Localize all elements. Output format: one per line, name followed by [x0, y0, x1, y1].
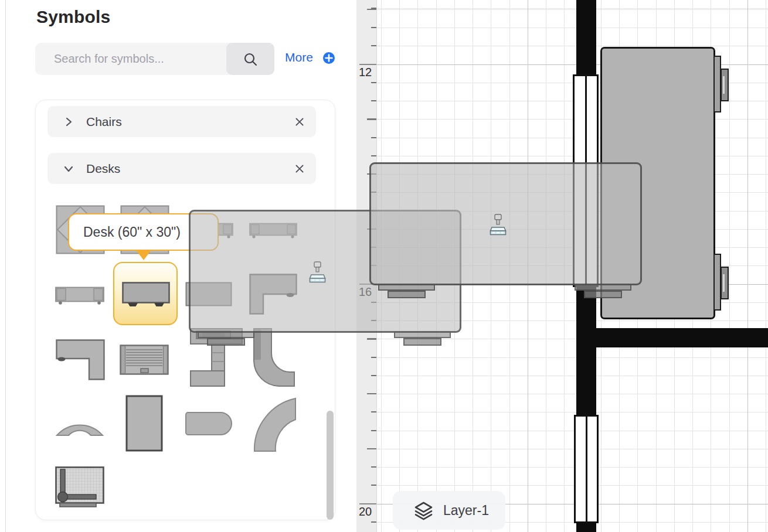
- symbols-scrollbar[interactable]: [327, 411, 334, 520]
- symbol-desk-front-wide[interactable]: [55, 286, 104, 307]
- category-chairs-label: Chairs: [86, 115, 122, 129]
- symbol-desk-front[interactable]: [249, 222, 297, 241]
- desk-top: [600, 47, 715, 319]
- category-desks[interactable]: Desks: [47, 153, 316, 184]
- more-symbols-link[interactable]: More: [285, 50, 313, 64]
- drawing-canvas[interactable]: 12 16 20: [356, 0, 768, 532]
- symbol-desk-60x30-selected[interactable]: [113, 262, 178, 325]
- symbol-desk-rect[interactable]: [185, 282, 232, 309]
- wall-horizontal[interactable]: [576, 328, 768, 347]
- close-icon[interactable]: [293, 162, 307, 176]
- panel-edge-divider: [5, 0, 6, 532]
- add-plus-icon[interactable]: [322, 52, 335, 67]
- symbol-rolltop-desk[interactable]: [120, 345, 169, 377]
- ruler-major-ticks: [359, 0, 376, 532]
- symbol-quarter-ring-desk[interactable]: [250, 394, 297, 454]
- ruler-label: 20: [359, 505, 376, 519]
- desk-foot: [721, 267, 729, 299]
- category-chairs[interactable]: Chairs: [47, 106, 316, 137]
- symbol-l-desk-left-return[interactable]: [249, 274, 297, 317]
- ruler-label: 12: [359, 66, 376, 79]
- layer-button[interactable]: Layer-1: [393, 491, 505, 530]
- search-button[interactable]: [226, 43, 274, 75]
- ruler-label: 16: [359, 285, 376, 299]
- desk-foot-detail: [723, 76, 725, 94]
- symbol-cubicle-workstation[interactable]: [185, 328, 246, 390]
- window-lower[interactable]: [574, 415, 599, 523]
- window-upper[interactable]: [573, 74, 599, 287]
- window-pane-divider: [586, 417, 587, 521]
- search-icon: [242, 51, 259, 67]
- close-icon[interactable]: [293, 115, 307, 129]
- chevron-down-icon[interactable]: [62, 162, 76, 176]
- vertical-ruler: 12 16 20: [356, 0, 377, 532]
- symbol-curved-arc-desk[interactable]: [55, 411, 104, 439]
- symbol-tall-rect-desk[interactable]: [125, 395, 163, 454]
- window-pane-divider: [585, 76, 587, 285]
- category-desks-label: Desks: [86, 162, 120, 176]
- symbol-drafting-table[interactable]: [55, 466, 104, 510]
- placed-desk-60x30[interactable]: [600, 47, 730, 319]
- page-title: Symbols: [36, 7, 110, 27]
- chevron-right-icon[interactable]: [62, 115, 76, 129]
- app-root: { "panel": { "title": "Symbols", "search…: [0, 0, 768, 532]
- desk-foot: [721, 69, 729, 101]
- layers-icon: [413, 500, 434, 521]
- canvas-grid[interactable]: [377, 0, 768, 532]
- desk-foot-detail: [723, 274, 725, 292]
- symbol-j-curve-desk[interactable]: [250, 328, 295, 390]
- symbol-tooltip: Desk (60" x 30"): [68, 213, 219, 251]
- symbol-l-desk-right-return[interactable]: [56, 339, 105, 383]
- layer-button-label: Layer-1: [443, 503, 489, 519]
- symbol-rounded-end-desk[interactable]: [185, 412, 232, 435]
- symbol-tooltip-text: Desk (60" x 30"): [83, 224, 181, 240]
- symbol-library-card: Chairs Desks: [35, 100, 335, 520]
- tooltip-pointer: [136, 250, 151, 260]
